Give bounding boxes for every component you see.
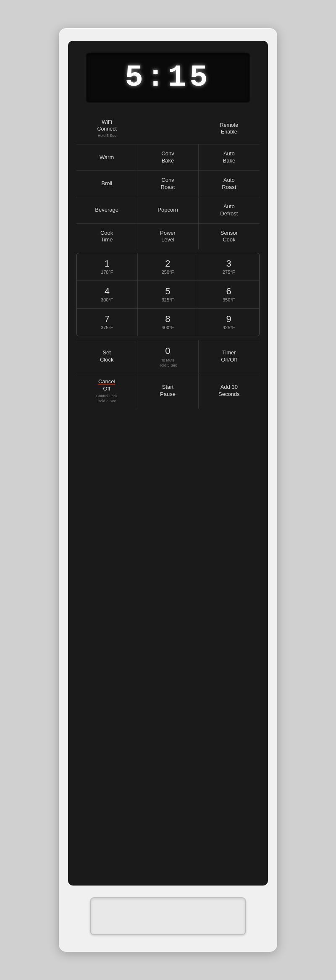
numpad-row-3: 7 375°F 8 400°F 9 425°F: [77, 309, 259, 336]
wifi-connect-label: WiFiConnect: [97, 119, 117, 133]
auto-bake-button[interactable]: AutoBake: [199, 144, 260, 170]
microwave-body: 5:15 WiFiConnect Hold 3 Sec RemoteEnable…: [59, 28, 277, 952]
numpad-section: 1 170°F 2 250°F 3 275°F 4 300°F: [76, 253, 260, 336]
numpad-row-1: 1 170°F 2 250°F 3 275°F: [77, 253, 259, 281]
wifi-connect-button[interactable]: WiFiConnect Hold 3 Sec: [76, 115, 137, 141]
sensor-cook-button[interactable]: SensorCook: [199, 224, 260, 250]
num-4-button[interactable]: 4 300°F: [77, 281, 138, 308]
middle-spacer: [137, 115, 198, 141]
num-2-button[interactable]: 2 250°F: [138, 253, 199, 280]
timer-on-off-button[interactable]: TimerOn/Off: [199, 340, 260, 373]
num-5-button[interactable]: 5 325°F: [138, 281, 199, 308]
row-cook-time: CookTime PowerLevel SensorCook: [76, 223, 260, 250]
row-broil: Broil ConvRoast AutoRoast: [76, 170, 260, 197]
door-handle[interactable]: [90, 897, 246, 935]
top-row: WiFiConnect Hold 3 Sec RemoteEnable: [76, 115, 260, 141]
auto-roast-button[interactable]: AutoRoast: [199, 171, 260, 197]
power-level-button[interactable]: PowerLevel: [137, 224, 198, 250]
popcorn-button[interactable]: Popcorn: [137, 197, 198, 223]
display-time: 5:15: [125, 60, 211, 95]
remote-enable-button[interactable]: RemoteEnable: [199, 115, 260, 141]
button-grid: WiFiConnect Hold 3 Sec RemoteEnable Warm…: [76, 115, 260, 409]
conv-roast-button[interactable]: ConvRoast: [137, 171, 198, 197]
num-1-button[interactable]: 1 170°F: [77, 253, 138, 280]
num-6-button[interactable]: 6 350°F: [198, 281, 259, 308]
add-30-seconds-button[interactable]: Add 30Seconds: [199, 373, 260, 409]
num-7-button[interactable]: 7 375°F: [77, 309, 138, 336]
start-pause-button[interactable]: StartPause: [137, 373, 198, 409]
cancel-off-button[interactable]: Cancel Off Control LockHold 3 Sec: [76, 373, 137, 409]
display-area: 5:15: [86, 52, 250, 103]
broil-button[interactable]: Broil: [76, 171, 137, 197]
door-handle-area: [68, 897, 268, 935]
num-3-button[interactable]: 3 275°F: [198, 253, 259, 280]
numpad-row-2: 4 300°F 5 325°F 6 350°F: [77, 281, 259, 309]
row-beverage: Beverage Popcorn AutoDefrost: [76, 197, 260, 223]
wifi-connect-sub: Hold 3 Sec: [98, 134, 116, 139]
set-clock-button[interactable]: SetClock: [76, 340, 137, 373]
remote-enable-label: RemoteEnable: [220, 122, 238, 136]
cook-time-button[interactable]: CookTime: [76, 224, 137, 250]
row-cancel: Cancel Off Control LockHold 3 Sec StartP…: [76, 373, 260, 409]
num-9-button[interactable]: 9 425°F: [198, 309, 259, 336]
control-panel: 5:15 WiFiConnect Hold 3 Sec RemoteEnable…: [68, 41, 268, 886]
row-set-clock: SetClock 0 To MuteHold 3 Sec TimerOn/Off: [76, 340, 260, 373]
auto-defrost-button[interactable]: AutoDefrost: [199, 197, 260, 223]
row-warm: Warm ConvBake AutoBake: [76, 144, 260, 170]
beverage-button[interactable]: Beverage: [76, 197, 137, 223]
warm-button[interactable]: Warm: [76, 144, 137, 170]
num-8-button[interactable]: 8 400°F: [138, 309, 199, 336]
num-0-button[interactable]: 0 To MuteHold 3 Sec: [137, 340, 198, 373]
conv-bake-button[interactable]: ConvBake: [137, 144, 198, 170]
